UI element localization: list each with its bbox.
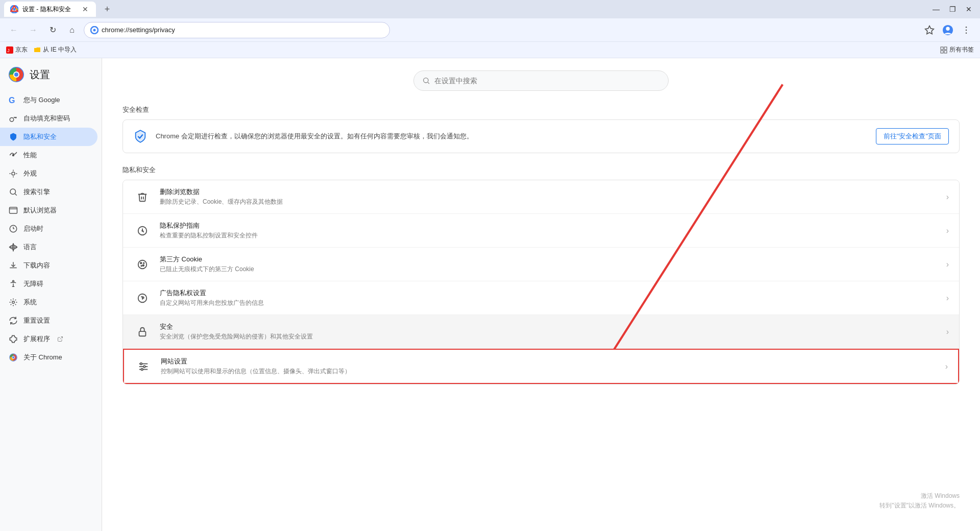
tab-title: 设置 - 隐私和安全	[22, 5, 77, 14]
bookmark-ie[interactable]: 从 IE 中导入	[34, 45, 77, 54]
svg-point-44	[141, 265, 142, 266]
svg-point-4	[93, 29, 96, 31]
sidebar-item-autofill[interactable]: 自动填充和密码	[0, 109, 97, 128]
sidebar-item-browser[interactable]: 默认浏览器	[0, 201, 97, 220]
svg-point-51	[140, 363, 142, 365]
svg-point-30	[13, 280, 14, 282]
sidebar-item-about-label: 关于 Chrome	[23, 353, 62, 362]
sidebar-item-privacy[interactable]: 隐私和安全	[0, 128, 97, 146]
site-settings-text: 网站设置 控制网站可以使用和显示的信息（位置信息、摄像头、弹出式窗口等）	[161, 357, 937, 376]
key-icon	[8, 113, 18, 124]
sidebar-item-browser-label: 默认浏览器	[23, 206, 57, 215]
svg-point-25	[13, 155, 14, 156]
profile-button[interactable]	[940, 22, 955, 38]
sidebar-item-extensions[interactable]: 扩展程序	[0, 330, 97, 348]
refresh-button[interactable]: ↻	[45, 22, 60, 38]
svg-point-41	[138, 260, 147, 269]
window-controls: — ❐ ✕	[929, 2, 976, 16]
watermark-line1: 激活 Windows	[879, 491, 960, 501]
sidebar-item-language[interactable]: 语言	[0, 238, 97, 256]
trash-icon	[133, 188, 152, 206]
all-tabs-icon	[940, 46, 947, 54]
accessibility-icon	[8, 279, 18, 289]
google-icon: G	[8, 95, 18, 105]
sidebar-item-reset[interactable]: 重置设置	[0, 311, 97, 330]
svg-rect-15	[941, 51, 943, 53]
third-party-cookie-item[interactable]: 第三方 Cookie 已阻止无痕模式下的第三方 Cookie ›	[123, 248, 959, 281]
active-tab[interactable]: 设置 - 隐私和安全 ✕	[4, 2, 96, 17]
system-icon	[8, 297, 18, 307]
appearance-icon	[8, 168, 18, 179]
tab-strip: 设置 - 隐私和安全 ✕ +	[4, 2, 929, 17]
sidebar-item-extensions-label: 扩展程序	[23, 334, 50, 344]
address-text: chrome://settings/privacy	[102, 26, 383, 34]
bookmark-button[interactable]	[922, 22, 937, 38]
maximize-button[interactable]: ❐	[945, 2, 960, 16]
sidebar-item-about[interactable]: 关于 Chrome	[0, 348, 97, 367]
sidebar-item-language-label: 语言	[23, 243, 37, 252]
menu-button[interactable]	[959, 22, 974, 38]
svg-point-10	[966, 32, 967, 34]
privacy-guide-text: 隐私保护指南 检查重要的隐私控制设置和安全控件	[160, 221, 938, 240]
svg-rect-16	[944, 51, 947, 53]
home-button[interactable]: ⌂	[64, 22, 80, 38]
main-content: 安全检查 Chrome 会定期进行检查，以确保您的浏览器使用最安全的设置。如有任…	[102, 58, 980, 531]
svg-point-22	[14, 73, 18, 77]
ad-privacy-item[interactable]: 广告隐私权设置 自定义网站可用来向您投放广告的信息 ›	[123, 281, 959, 315]
sidebar-item-system-label: 系统	[23, 298, 37, 307]
lock-icon	[133, 323, 152, 341]
bookmark-jd-label: 京东	[15, 45, 28, 54]
clear-browsing-item[interactable]: 删除浏览数据 删除历史记录、Cookie、缓存内容及其他数据 ›	[123, 180, 959, 214]
svg-point-42	[140, 262, 142, 263]
privacy-guide-item[interactable]: 隐私保护指南 检查重要的隐私控制设置和安全控件 ›	[123, 214, 959, 248]
watermark-line2: 转到"设置"以激活 Windows。	[879, 501, 960, 511]
sidebar-item-search[interactable]: 搜索引擎	[0, 183, 97, 201]
chrome-logo	[8, 66, 24, 83]
sidebar-item-google-label: 您与 Google	[23, 95, 60, 105]
sidebar-item-performance[interactable]: 性能	[0, 146, 97, 164]
privacy-guide-icon	[133, 222, 152, 240]
close-button[interactable]: ✕	[962, 2, 976, 16]
reset-icon	[8, 316, 18, 326]
new-tab-button[interactable]: +	[100, 2, 114, 16]
sidebar-item-accessibility[interactable]: 无障碍	[0, 275, 97, 293]
sidebar-item-system[interactable]: 系统	[0, 293, 97, 311]
settings-list: 删除浏览数据 删除历史记录、Cookie、缓存内容及其他数据 › 隐私保护指南 …	[122, 180, 960, 384]
title-bar: 设置 - 隐私和安全 ✕ + — ❐ ✕	[0, 0, 980, 18]
security-item[interactable]: 安全 安全浏览（保护您免受危险网站的侵害）和其他安全设置 ›	[123, 315, 959, 349]
svg-point-9	[966, 29, 967, 31]
svg-text:J: J	[7, 48, 10, 53]
sidebar-item-privacy-label: 隐私和安全	[23, 132, 57, 141]
arrow-icon-0: ›	[946, 192, 949, 202]
jd-icon: J	[6, 46, 13, 54]
sidebar-item-downloads[interactable]: 下载内容	[0, 256, 97, 275]
bookmark-jd[interactable]: J 京东	[6, 45, 28, 54]
site-settings-item[interactable]: 网站设置 控制网站可以使用和显示的信息（位置信息、摄像头、弹出式窗口等） ›	[123, 349, 959, 384]
startup-icon	[8, 224, 18, 234]
sidebar-item-search-label: 搜索引擎	[23, 187, 50, 197]
all-tabs-button[interactable]: 所有书签	[940, 45, 974, 54]
sidebar-item-appearance[interactable]: 外观	[0, 164, 97, 183]
sidebar-item-autofill-label: 自动填充和密码	[23, 114, 70, 123]
tab-close-button[interactable]: ✕	[81, 5, 90, 14]
minimize-button[interactable]: —	[929, 2, 943, 16]
svg-point-37	[12, 356, 14, 358]
sidebar-item-google[interactable]: G 您与 Google	[0, 91, 97, 109]
forward-button[interactable]: →	[26, 22, 41, 38]
back-button[interactable]: ←	[6, 22, 21, 38]
security-shield-icon	[133, 129, 148, 143]
settings-search-input[interactable]	[434, 77, 660, 85]
sidebar-item-reset-label: 重置设置	[23, 316, 50, 325]
sidebar-logo: 设置	[0, 64, 102, 91]
security-check-button[interactable]: 前往"安全检查"页面	[876, 128, 949, 144]
sidebar-item-startup[interactable]: 启动时	[0, 220, 97, 238]
sidebar: 设置 G 您与 Google 自动填充和密码 隐私和安全 性能	[0, 58, 102, 531]
address-bar[interactable]: chrome://settings/privacy	[84, 22, 390, 38]
settings-search-bar[interactable]	[413, 70, 669, 91]
clear-browsing-text: 删除浏览数据 删除历史记录、Cookie、缓存内容及其他数据	[160, 187, 938, 206]
arrow-icon-5: ›	[945, 362, 948, 371]
svg-point-43	[142, 264, 144, 266]
sidebar-item-downloads-label: 下载内容	[23, 261, 50, 270]
svg-rect-13	[941, 47, 943, 50]
tab-favicon	[10, 5, 18, 13]
